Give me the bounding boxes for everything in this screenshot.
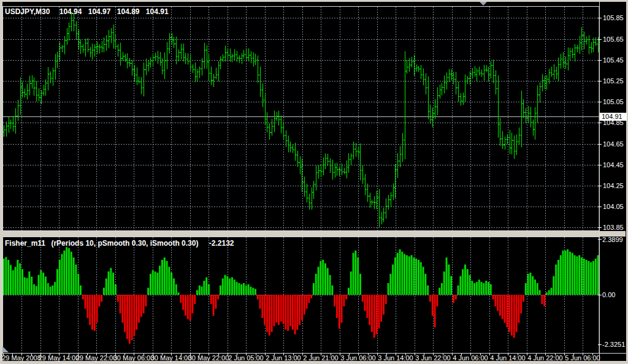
fisher-bar-down	[120, 295, 121, 313]
fisher-bar-up	[555, 265, 557, 295]
fisher-bar-down	[138, 295, 140, 323]
fisher-bar-down	[376, 295, 378, 335]
fisher-bar-down	[371, 295, 373, 332]
fisher-bar-up	[481, 282, 483, 295]
fisher-bar-down	[283, 295, 285, 324]
fisher-bar-up	[399, 249, 401, 295]
fisher-bar-up	[490, 284, 492, 295]
chart-canvas[interactable]	[0, 0, 628, 364]
fisher-bar-down	[98, 295, 100, 306]
fisher-bar-up	[103, 288, 105, 295]
fisher-bar-up	[527, 274, 529, 295]
fisher-bar-up	[557, 260, 559, 295]
fisher-bar-up	[229, 278, 231, 295]
fisher-bar-up	[411, 255, 413, 295]
fisher-bar-up	[245, 286, 247, 295]
fisher-bar-up	[10, 265, 12, 295]
fisher-bar-down	[194, 295, 196, 304]
fisher-bar-down	[259, 295, 261, 309]
fisher-bar-up	[47, 283, 49, 295]
fisher-bar-up	[12, 270, 14, 295]
fisher-bar-up	[234, 279, 236, 295]
fisher-bar-down	[432, 295, 434, 316]
fisher-bar-down	[215, 295, 216, 309]
fisher-bar-up	[423, 267, 424, 295]
mt4-chart-window: USDJPY,M30 104.94 104.97 104.89 104.91 F…	[0, 0, 628, 364]
fisher-bar-up	[315, 274, 317, 295]
fisher-bar-up	[537, 283, 538, 295]
fisher-bar-down	[126, 295, 128, 339]
fisher-bar-up	[388, 283, 389, 295]
fisher-bar-down	[136, 295, 137, 330]
fisher-bar-up	[17, 260, 18, 295]
fisher-bar-up	[208, 284, 210, 295]
fisher-bar-down	[264, 295, 266, 325]
fisher-bar-up	[199, 286, 201, 295]
fisher-bar-up	[458, 286, 459, 295]
fisher-bar-down	[345, 295, 347, 300]
fisher-bar-up	[590, 262, 592, 295]
fisher-bar-up	[45, 276, 47, 295]
fisher-bar-down	[182, 295, 184, 310]
fisher-bar-down	[492, 295, 494, 300]
fisher-bar-down	[299, 295, 301, 325]
fisher-bar-up	[438, 288, 440, 295]
fisher-bar-up	[170, 273, 172, 295]
fisher-bar-down	[145, 295, 147, 306]
fisher-bar-up	[401, 252, 403, 295]
fisher-bar-up	[61, 254, 63, 295]
fisher-bar-up	[52, 286, 53, 295]
fisher-bar-up	[73, 257, 75, 295]
fisher-bar-up	[331, 286, 333, 295]
fisher-bar-up	[21, 269, 23, 295]
fisher-bar-down	[133, 295, 135, 336]
fisher-bar-up	[569, 252, 571, 295]
fisher-bar-down	[190, 295, 191, 320]
fisher-bar-down	[289, 295, 291, 326]
fisher-bar-up	[592, 261, 594, 295]
fisher-bar-up	[75, 265, 77, 295]
fisher-bar-up	[462, 269, 464, 295]
bottom-frame	[0, 361, 628, 364]
fisher-bar-up	[155, 271, 156, 295]
fisher-bar-down	[266, 295, 268, 332]
fisher-bar-up	[150, 274, 151, 295]
fisher-bar-up	[354, 251, 356, 295]
fisher-bar-down	[497, 295, 499, 311]
fisher-bar-down	[511, 295, 513, 336]
fisher-bar-up	[595, 259, 597, 295]
fisher-bar-down	[453, 295, 454, 303]
fisher-bar-up	[418, 260, 419, 295]
fisher-bar-down	[523, 295, 524, 301]
fisher-bar-up	[115, 284, 117, 295]
fisher-bar-up	[467, 269, 469, 295]
fisher-bar-up	[243, 283, 245, 295]
fisher-bar-up	[597, 255, 599, 295]
fisher-bar-up	[478, 279, 480, 295]
fisher-bar-up	[562, 251, 564, 295]
fisher-bar-up	[173, 278, 175, 295]
fisher-bar-up	[424, 274, 426, 295]
fisher-bar-up	[581, 257, 583, 295]
fisher-bar-down	[140, 295, 142, 317]
fisher-bar-up	[397, 253, 399, 295]
fisher-bar-up	[578, 255, 580, 295]
fisher-bar-down	[520, 295, 522, 313]
fisher-bar-down	[504, 295, 506, 323]
fisher-bar-up	[255, 289, 256, 295]
fisher-bar-up	[224, 275, 226, 295]
fisher-bar-down	[334, 295, 335, 306]
fisher-bar-up	[159, 266, 161, 295]
fisher-bar-up	[110, 268, 112, 295]
fisher-bar-up	[567, 249, 569, 295]
fisher-bar-up	[464, 265, 466, 295]
fisher-bar-down	[455, 295, 457, 300]
fisher-bar-up	[357, 257, 359, 295]
fisher-bar-down	[306, 295, 308, 309]
panel-splitter[interactable]	[2, 231, 626, 237]
fisher-bar-up	[483, 283, 484, 295]
fisher-bar-down	[85, 295, 86, 309]
fisher-bar-down	[180, 295, 182, 303]
fisher-bar-up	[38, 275, 40, 295]
fisher-bar-up	[68, 248, 70, 295]
